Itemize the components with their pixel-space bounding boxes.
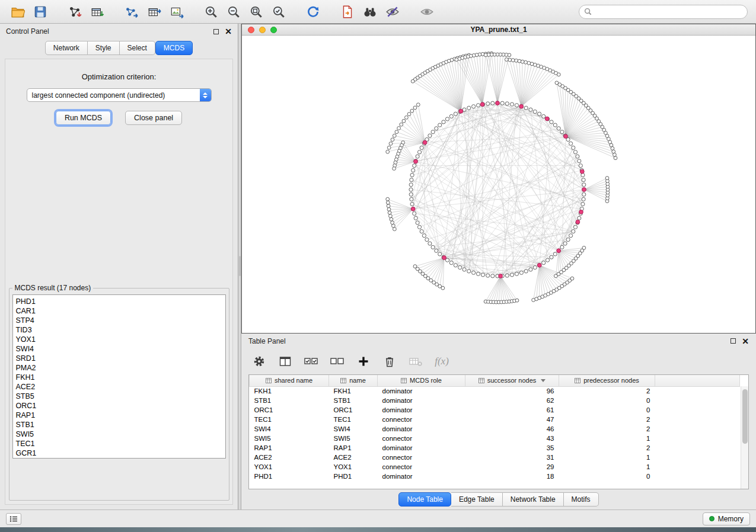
ring-node[interactable] [413,164,416,168]
leaf-node[interactable] [527,62,531,65]
mcds-hub-node[interactable] [557,249,561,253]
optimization-criterion-dropdown[interactable]: largest connected component (undirected) [27,88,212,102]
splitter-grip[interactable] [239,256,241,276]
ring-node[interactable] [414,216,417,220]
mcds-list-item[interactable]: YOX1 [16,335,225,344]
ring-node[interactable] [576,155,579,158]
export-network-icon[interactable] [122,3,141,21]
search-input[interactable] [595,8,742,16]
mcds-list-item[interactable]: STB5 [16,392,225,401]
zoom-in-icon[interactable] [202,3,221,21]
mcds-list-item[interactable]: STB1 [16,420,225,430]
leaf-node[interactable] [393,227,397,231]
tab-network-table[interactable]: Network Table [503,492,564,507]
mcds-hub-node[interactable] [423,140,427,145]
leaf-node[interactable] [387,208,391,211]
ring-node[interactable] [510,273,513,277]
ring-node[interactable] [438,123,442,127]
leaf-node[interactable] [386,150,390,153]
function-builder-icon[interactable]: f(x) [433,354,450,369]
ring-node[interactable] [563,242,567,245]
ring-node[interactable] [529,108,532,111]
tab-motifs[interactable]: Motifs [564,492,599,507]
ring-node[interactable] [467,270,471,273]
ring-node[interactable] [573,150,577,154]
table-vertical-scrollbar[interactable] [741,386,748,489]
leaf-node[interactable] [416,103,420,107]
ring-node[interactable] [569,142,573,145]
mcds-hub-node[interactable] [499,274,503,278]
ring-node[interactable] [413,211,416,215]
leaf-node[interactable] [386,201,390,204]
float-table-panel-icon[interactable] [731,338,736,344]
mcds-list-item[interactable]: ACE2 [16,382,225,392]
mcds-list-item[interactable]: GCR1 [16,448,225,458]
task-history-icon[interactable] [6,513,21,525]
leaf-node[interactable] [505,58,508,62]
leaf-node[interactable] [405,116,409,119]
ring-node[interactable] [412,168,415,172]
ring-node[interactable] [476,272,480,275]
mcds-hub-node[interactable] [459,109,463,113]
mcds-hub-node[interactable] [411,207,415,211]
ring-node[interactable] [542,114,546,118]
leaf-node[interactable] [413,106,417,110]
tab-node-table[interactable]: Node Table [398,492,451,507]
ring-node[interactable] [510,102,513,106]
ring-node[interactable] [553,123,557,127]
ring-node[interactable] [533,110,537,113]
ring-node[interactable] [438,252,442,256]
ring-node[interactable] [428,134,432,137]
mcds-hub-node[interactable] [519,104,524,108]
ring-node[interactable] [546,258,549,262]
leaf-node[interactable] [611,147,614,150]
tab-select[interactable]: Select [120,41,155,55]
ring-node[interactable] [515,272,518,275]
export-table-icon[interactable] [145,3,164,21]
leaf-node[interactable] [411,79,414,83]
memory-button[interactable]: Memory [703,512,750,525]
import-network-icon[interactable] [65,3,84,21]
delete-column-icon[interactable] [381,354,398,369]
run-mcds-button[interactable]: Run MCDS [56,111,111,125]
ring-node[interactable] [449,114,453,118]
close-panel-button[interactable]: Close panel [125,111,182,125]
import-table-icon[interactable] [88,3,107,21]
close-table-panel-icon[interactable]: ✕ [742,337,749,345]
ring-node[interactable] [454,112,457,116]
mcds-hub-node[interactable] [576,220,580,224]
float-panel-icon[interactable] [213,29,219,34]
ring-node[interactable] [486,102,490,105]
mcds-list-item[interactable]: STP4 [16,316,225,325]
ring-node[interactable] [505,274,509,277]
ring-node[interactable] [579,164,582,168]
leaf-node[interactable] [441,286,445,290]
ring-node[interactable] [515,104,518,107]
ring-node[interactable] [553,252,557,256]
leaf-node[interactable] [386,197,390,201]
ring-node[interactable] [500,101,504,105]
mcds-hub-node[interactable] [414,159,418,164]
leaf-node[interactable] [389,142,393,146]
export-image-icon[interactable] [167,3,186,21]
ring-node[interactable] [582,183,586,187]
ring-node[interactable] [560,130,564,134]
binoculars-icon[interactable] [361,3,379,21]
leaf-node[interactable] [612,150,615,153]
column-layout-icon[interactable] [277,354,294,369]
leaf-node[interactable] [402,119,406,123]
leaf-node[interactable] [511,59,515,62]
leaf-node[interactable] [388,211,391,214]
mcds-hub-node[interactable] [537,263,541,267]
tab-style[interactable]: Style [88,41,120,55]
network-canvas[interactable] [242,36,755,331]
table-row[interactable]: STB1STB1dominator620 [250,396,740,405]
table-row[interactable]: SWI5SWI5connector431 [250,434,740,443]
ring-node[interactable] [422,234,426,238]
ring-node[interactable] [538,112,541,116]
ring-node[interactable] [420,230,423,233]
table-row[interactable]: ORC1ORC1dominator610 [250,405,740,415]
leaf-node[interactable] [391,221,394,225]
mcds-hub-node[interactable] [496,101,500,105]
leaf-node[interactable] [387,146,391,149]
